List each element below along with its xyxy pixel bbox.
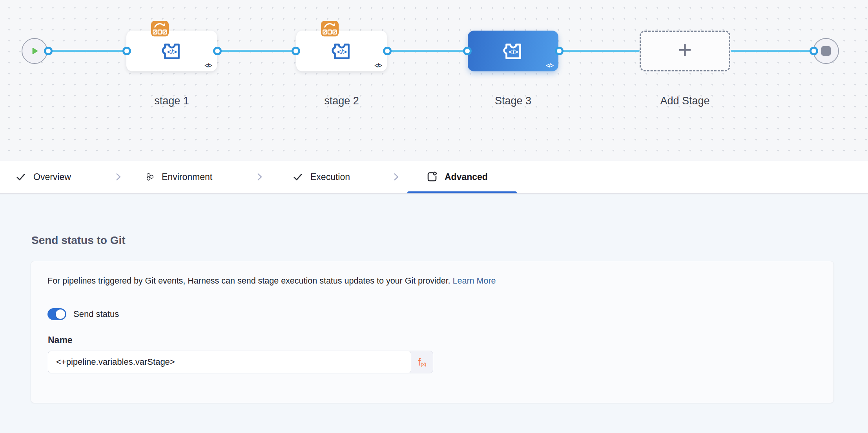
yaml-code-glyph: </> <box>546 62 553 69</box>
connector-port <box>463 47 472 55</box>
fx-label: f <box>418 357 421 367</box>
connector-port <box>44 47 53 55</box>
send-status-toggle[interactable] <box>47 308 66 320</box>
stage-node-1[interactable]: </> </> <box>126 31 217 71</box>
svg-text:</>: </> <box>167 48 177 56</box>
chevron-right-icon <box>391 172 401 182</box>
connector-port <box>292 47 300 55</box>
tab-label: Overview <box>33 172 71 182</box>
stage-label: Stage 3 <box>468 95 558 107</box>
toggle-knob <box>56 309 65 319</box>
connector-port <box>810 47 818 55</box>
connector-port <box>122 47 131 55</box>
tab-execution[interactable]: Execution <box>292 161 350 193</box>
description-text: For pipelines triggered by Git events, H… <box>47 275 496 286</box>
section-heading: Send status to Git <box>31 234 126 247</box>
description-body: For pipelines triggered by Git events, H… <box>47 276 453 286</box>
tab-label: Execution <box>310 172 350 182</box>
panel-gear-advanced-icon <box>426 171 438 183</box>
svg-text:</>: </> <box>509 48 518 56</box>
fx-sub-label: (x) <box>421 361 426 367</box>
check-icon <box>292 172 304 182</box>
name-field-wrap: f(x) <box>48 351 433 373</box>
name-field-label: Name <box>48 335 73 346</box>
connector-line <box>217 50 296 52</box>
custom-stage-puzzle-icon: </> <box>501 40 525 62</box>
check-icon <box>15 172 27 182</box>
tab-advanced[interactable]: Advanced <box>426 161 488 193</box>
name-input[interactable] <box>48 351 411 373</box>
stage-node-3-selected[interactable]: </> </> <box>468 31 558 71</box>
hexagons-environment-icon <box>145 172 155 182</box>
connector-line <box>387 50 467 52</box>
custom-stage-puzzle-icon: </> <box>160 40 184 62</box>
chevron-right-icon <box>113 172 123 182</box>
svg-text:</>: </> <box>337 48 346 56</box>
connector-port <box>555 47 563 55</box>
tab-label: Advanced <box>445 172 488 182</box>
tab-environment[interactable]: Environment <box>145 161 212 193</box>
rolling-deployment-icon <box>321 21 339 36</box>
stage-label: stage 2 <box>296 95 387 107</box>
connector-line <box>48 50 127 52</box>
expression-fx-button[interactable]: f(x) <box>411 351 433 373</box>
connector-line <box>559 50 640 52</box>
custom-stage-puzzle-icon: </> <box>330 40 354 62</box>
add-stage-label: Add Stage <box>640 95 730 107</box>
yaml-code-glyph: </> <box>204 62 212 69</box>
active-tab-underline <box>407 191 517 193</box>
pipeline-canvas: </> </> </> </> </> </> <box>0 0 868 161</box>
advanced-panel: Send status to Git For pipelines trigger… <box>0 193 868 433</box>
send-status-card: For pipelines triggered by Git events, H… <box>31 261 834 403</box>
connector-line <box>731 50 814 52</box>
connector-port <box>213 47 222 55</box>
stage-label: stage 1 <box>126 95 217 107</box>
connector-port <box>383 47 392 55</box>
tab-label: Environment <box>162 172 212 182</box>
learn-more-link[interactable]: Learn More <box>453 276 496 286</box>
stop-icon <box>821 46 831 56</box>
add-stage-button[interactable]: + <box>640 31 730 71</box>
tab-overview[interactable]: Overview <box>15 161 71 193</box>
yaml-code-glyph: </> <box>374 62 382 69</box>
stage-node-2[interactable]: </> </> <box>296 31 387 71</box>
chevron-right-icon <box>254 172 264 182</box>
play-icon <box>29 46 40 56</box>
toggle-label: Send status <box>73 309 119 319</box>
rolling-deployment-icon <box>151 21 169 36</box>
stage-config-tabbar: Overview Environment Execution <box>0 161 868 194</box>
send-status-row: Send status <box>47 308 119 320</box>
plus-icon: + <box>678 38 692 62</box>
